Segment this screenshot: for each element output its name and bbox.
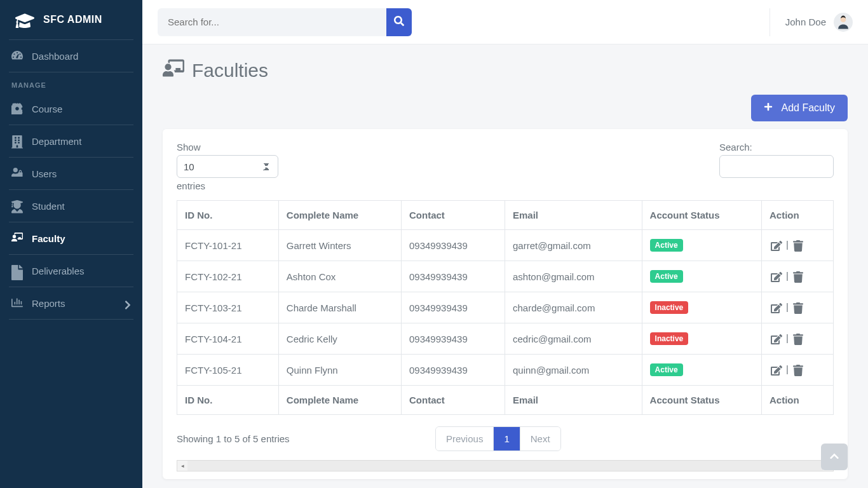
table-footer-row: ID No. Complete Name Contact Email Accou… bbox=[177, 386, 834, 415]
page-previous[interactable]: Previous bbox=[436, 427, 494, 451]
edit-button[interactable] bbox=[770, 334, 783, 345]
table-row: FCTY-101-21Garrett Winters09349939439gar… bbox=[177, 230, 834, 261]
cell-id: FCTY-101-21 bbox=[177, 230, 279, 261]
chalkboard-teacher-icon bbox=[11, 233, 23, 244]
page-1[interactable]: 1 bbox=[494, 427, 520, 451]
cell-status: Active bbox=[642, 355, 761, 386]
col-name[interactable]: Complete Name bbox=[278, 201, 401, 230]
col-email[interactable]: Email bbox=[505, 201, 642, 230]
content: Faculties Add Faculty Show 10 entries bbox=[142, 44, 868, 488]
col-contact[interactable]: Contact bbox=[401, 201, 505, 230]
sidebar-item-label: Department bbox=[32, 136, 81, 147]
status-badge: Active bbox=[650, 270, 683, 283]
building-icon bbox=[11, 135, 23, 147]
sidebar-item-department[interactable]: Department bbox=[0, 125, 142, 157]
action-separator: | bbox=[786, 301, 789, 312]
cell-email: ashton@gmail.com bbox=[505, 261, 642, 292]
divider bbox=[9, 319, 133, 320]
edit-button[interactable] bbox=[770, 302, 783, 314]
cog-icon bbox=[11, 103, 23, 114]
delete-button[interactable] bbox=[791, 240, 805, 252]
col-id[interactable]: ID No. bbox=[177, 201, 279, 230]
table-row: FCTY-102-21Ashton Cox09349939439ashton@g… bbox=[177, 261, 834, 292]
status-badge: Inactive bbox=[650, 301, 689, 314]
delete-button[interactable] bbox=[791, 271, 805, 283]
pagination: Previous 1 Next bbox=[435, 426, 561, 451]
scroll-to-top-button[interactable] bbox=[821, 444, 848, 470]
chevron-right-icon bbox=[125, 300, 131, 306]
scroll-left-arrow-icon[interactable]: ◂ bbox=[177, 461, 187, 471]
file-icon bbox=[11, 265, 23, 276]
cell-name: Charde Marshall bbox=[278, 292, 401, 323]
cell-id: FCTY-103-21 bbox=[177, 292, 279, 323]
status-badge: Active bbox=[650, 239, 683, 252]
cell-status: Active bbox=[642, 261, 761, 292]
col-status-foot: Account Status bbox=[642, 386, 761, 415]
delete-button[interactable] bbox=[791, 334, 805, 345]
sidebar-item-label: Student bbox=[32, 201, 65, 212]
sidebar-item-label: Course bbox=[32, 104, 62, 114]
user-menu[interactable]: John Doe bbox=[770, 8, 853, 36]
table-header-row: ID No. Complete Name Contact Email Accou… bbox=[177, 201, 834, 230]
show-label: Show bbox=[177, 142, 278, 152]
status-badge: Active bbox=[650, 363, 683, 376]
sidebar-item-dashboard[interactable]: Dashboard bbox=[0, 40, 142, 72]
tachometer-icon bbox=[11, 50, 23, 62]
sidebar-item-course[interactable]: Course bbox=[0, 93, 142, 125]
cell-email: cedric@gmail.com bbox=[505, 323, 642, 355]
topbar: John Doe bbox=[142, 0, 868, 44]
edit-icon bbox=[771, 302, 782, 312]
table-row: FCTY-104-21Cedric Kelly09349939439cedric… bbox=[177, 323, 834, 355]
brand-text: SFC ADMIN bbox=[43, 14, 102, 25]
table-search-label: Search: bbox=[719, 142, 834, 152]
main: John Doe Faculties Add Faculty S bbox=[142, 0, 868, 488]
cell-contact: 09349939439 bbox=[401, 323, 505, 355]
edit-button[interactable] bbox=[770, 365, 783, 376]
page-next[interactable]: Next bbox=[520, 427, 560, 451]
col-action[interactable]: Action bbox=[762, 201, 834, 230]
edit-button[interactable] bbox=[770, 240, 783, 252]
search-button[interactable] bbox=[386, 8, 412, 36]
sidebar-item-reports[interactable]: Reports bbox=[0, 287, 142, 319]
sidebar-item-faculty[interactable]: Faculty bbox=[0, 222, 142, 254]
status-badge: Inactive bbox=[650, 332, 689, 345]
cell-name: Cedric Kelly bbox=[278, 323, 401, 355]
action-separator: | bbox=[786, 270, 789, 281]
sidebar-item-label: Deliverables bbox=[32, 266, 85, 276]
col-status[interactable]: Account Status bbox=[642, 201, 761, 230]
cell-contact: 09349939439 bbox=[401, 261, 505, 292]
col-email-foot: Email bbox=[505, 386, 642, 415]
sidebar: SFC ADMIN Dashboard MANAGE Course Depart… bbox=[0, 0, 142, 488]
cell-contact: 09349939439 bbox=[401, 292, 505, 323]
trash-icon bbox=[792, 334, 804, 343]
sidebar-item-users[interactable]: Users bbox=[0, 158, 142, 189]
cell-name: Ashton Cox bbox=[278, 261, 401, 292]
table-info: Showing 1 to 5 of 5 entries bbox=[177, 433, 290, 444]
cell-id: FCTY-105-21 bbox=[177, 355, 279, 386]
entries-label: entries bbox=[177, 180, 278, 191]
cell-email: garret@gmail.com bbox=[505, 230, 642, 261]
action-separator: | bbox=[786, 239, 789, 250]
delete-button[interactable] bbox=[791, 365, 805, 376]
table-search-input[interactable] bbox=[719, 155, 834, 178]
user-lock-icon bbox=[11, 168, 23, 179]
delete-button[interactable] bbox=[791, 302, 805, 314]
sidebar-item-label: Reports bbox=[32, 298, 65, 309]
col-action-foot: Action bbox=[762, 386, 834, 415]
length-control: Show 10 entries bbox=[177, 142, 278, 191]
cell-name: Quinn Flynn bbox=[278, 355, 401, 386]
horizontal-scrollbar[interactable]: ◂ ▸ bbox=[177, 460, 834, 471]
edit-button[interactable] bbox=[770, 271, 783, 283]
chevron-up-icon bbox=[829, 451, 839, 463]
add-faculty-button[interactable]: Add Faculty bbox=[751, 95, 848, 121]
cell-action: | bbox=[762, 230, 834, 261]
sidebar-item-deliverables[interactable]: Deliverables bbox=[0, 255, 142, 287]
brand[interactable]: SFC ADMIN bbox=[0, 0, 142, 39]
sidebar-item-student[interactable]: Student bbox=[0, 190, 142, 222]
trash-icon bbox=[792, 365, 804, 374]
search-input[interactable] bbox=[158, 8, 386, 36]
trash-icon bbox=[792, 302, 804, 312]
edit-icon bbox=[771, 240, 782, 250]
length-select[interactable]: 10 bbox=[177, 155, 278, 178]
graduation-cap-icon bbox=[15, 13, 34, 27]
